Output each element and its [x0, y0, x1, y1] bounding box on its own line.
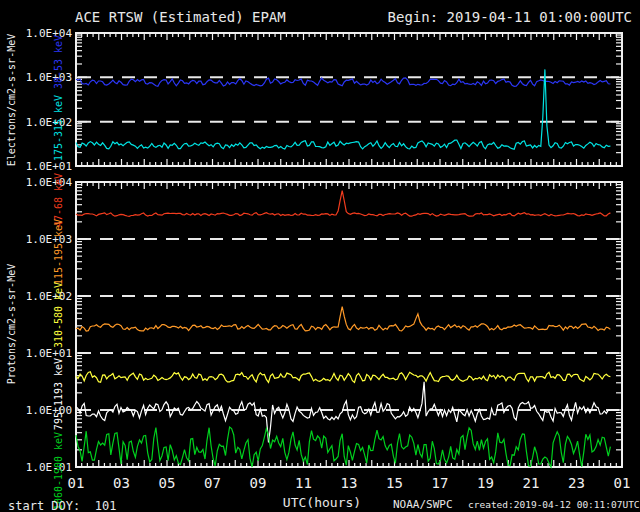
channel-label-795-1193-keV: 795-1193 keV [53, 358, 64, 430]
series-38-53-keV [76, 78, 610, 87]
created-timestamp: created:2019-04-12 00:11:07UTC [468, 499, 640, 510]
electron-axis-label: Electrons/cm2-s-sr-MeV [6, 34, 17, 166]
x-tick-label: 17 [432, 475, 449, 491]
x-tick-label: 07 [204, 475, 221, 491]
epam-plot-screen: ACE RTSW (Estimated) EPAM Begin: 2019-04… [0, 0, 640, 512]
series-47-68-keV [76, 191, 610, 217]
flux-plot-canvas [0, 0, 640, 512]
x-tick-label: 13 [341, 475, 358, 491]
x-tick-label: 01 [68, 475, 85, 491]
x-tick-label: 01 [614, 475, 631, 491]
channel-label-115-195-keV: 115-195 keV [53, 219, 64, 285]
series-1060-1900-keV [76, 427, 610, 467]
channel-label-310-580-keV: 310-580 keV [53, 282, 64, 348]
y-tick-label: 1.0E+01 [0, 160, 72, 173]
series-115-195-keV [76, 307, 610, 332]
x-tick-label: 21 [523, 475, 540, 491]
channel-label-38-53-keV: 38-53 keV [53, 35, 64, 89]
x-tick-label: 09 [250, 475, 267, 491]
series-310-580-keV [76, 372, 610, 383]
x-tick-label: 03 [113, 475, 130, 491]
protons-panel-border [76, 182, 622, 467]
proton-axis-label: Protons/cm2-s-sr-MeV [6, 264, 17, 384]
x-tick-label: 23 [568, 475, 585, 491]
start-doy-label: start DOY: 101 [8, 499, 116, 512]
x-axis-title: UTC(hours) [283, 495, 361, 510]
channel-label-175-315-keV: 175-315 keV [53, 95, 64, 161]
x-tick-label: 05 [159, 475, 176, 491]
agency-credit: NOAA/SWPC [393, 498, 453, 511]
x-tick-label: 11 [295, 475, 312, 491]
x-tick-label: 19 [477, 475, 494, 491]
x-tick-label: 15 [386, 475, 403, 491]
